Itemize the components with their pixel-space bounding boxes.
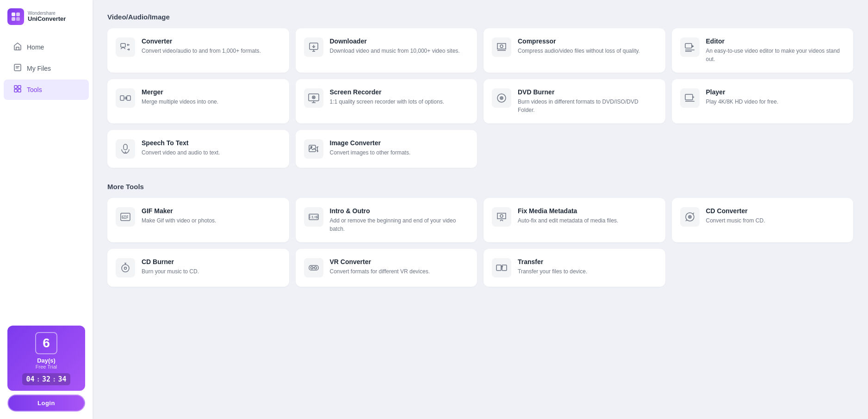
intro-outro-icon: I/O xyxy=(304,207,323,227)
svg-text:GIF: GIF xyxy=(122,216,129,220)
downloader-name: Downloader xyxy=(330,37,460,45)
player-icon xyxy=(680,88,700,108)
tool-dvd-burner[interactable]: DVD Burner Burn videos in different form… xyxy=(484,79,665,123)
transfer-desc: Transfer your files to device. xyxy=(518,267,587,276)
editor-name: Editor xyxy=(706,37,845,45)
svg-point-12 xyxy=(500,45,503,48)
image-converter-name: Image Converter xyxy=(330,139,411,147)
sidebar: Wondershare UniConverter Home My Files xyxy=(0,0,93,419)
tool-image-converter[interactable]: Image Converter Convert images to other … xyxy=(296,130,477,168)
svg-point-34 xyxy=(689,216,690,217)
sidebar-item-my-files-label: My Files xyxy=(27,65,51,72)
svg-rect-1 xyxy=(16,12,20,16)
svg-rect-40 xyxy=(496,265,501,271)
svg-rect-5 xyxy=(14,86,17,88)
svg-rect-3 xyxy=(16,17,20,21)
image-converter-desc: Convert images to other formats. xyxy=(330,148,411,157)
speech-to-text-desc: Convert video and audio to text. xyxy=(142,148,220,157)
cd-burner-icon xyxy=(116,258,135,277)
intro-outro-name: Intro & Outro xyxy=(330,207,469,215)
svg-rect-9 xyxy=(121,43,125,47)
fix-media-metadata-name: Fix Media Metadata xyxy=(518,207,618,215)
trial-timer: 04 : 32 : 34 xyxy=(22,373,70,385)
converter-name: Converter xyxy=(142,37,261,45)
trial-sub-label: Free Trial xyxy=(36,364,57,370)
tool-speech-to-text[interactable]: Speech To Text Convert video and audio t… xyxy=(107,130,289,168)
downloader-icon xyxy=(304,37,323,57)
vr-converter-name: VR Converter xyxy=(330,258,430,265)
svg-point-21 xyxy=(501,98,502,99)
dvd-burner-name: DVD Burner xyxy=(518,88,657,96)
speech-to-text-name: Speech To Text xyxy=(142,139,220,147)
svg-marker-30 xyxy=(497,213,506,219)
svg-rect-0 xyxy=(12,12,15,16)
downloader-desc: Download video and music from 10,000+ vi… xyxy=(330,47,460,55)
login-button[interactable]: Login xyxy=(7,394,85,412)
dvd-burner-icon xyxy=(492,88,511,108)
timer-seconds: 34 xyxy=(58,375,66,383)
svg-rect-6 xyxy=(18,86,21,88)
sidebar-item-my-files[interactable]: My Files xyxy=(4,58,89,79)
cd-converter-desc: Convert music from CD. xyxy=(706,216,765,225)
editor-desc: An easy-to-use video editor to make your… xyxy=(706,47,845,63)
svg-point-39 xyxy=(314,267,316,269)
player-desc: Play 4K/8K HD video for free. xyxy=(706,98,779,106)
tool-transfer[interactable]: Transfer Transfer your files to device. xyxy=(484,249,665,287)
more-tools-grid: GIF GIF Maker Make Gif with video or pho… xyxy=(107,198,853,287)
tool-editor[interactable]: Editor An easy-to-use video editor to ma… xyxy=(672,28,854,73)
svg-point-38 xyxy=(310,267,313,269)
tool-gif-maker[interactable]: GIF GIF Maker Make Gif with video or pho… xyxy=(107,198,289,242)
section-title-more: More Tools xyxy=(107,183,853,191)
screen-recorder-name: Screen Recorder xyxy=(330,88,444,96)
tool-intro-outro[interactable]: I/O Intro & Outro Add or remove the begi… xyxy=(296,198,477,242)
trial-day-number: 6 xyxy=(35,332,57,354)
svg-text:I/O: I/O xyxy=(311,216,317,219)
svg-rect-4 xyxy=(14,64,21,71)
svg-marker-11 xyxy=(497,43,506,49)
tool-fix-media-metadata[interactable]: Fix Media Metadata Auto-fix and edit met… xyxy=(484,198,665,242)
app-logo: Wondershare UniConverter xyxy=(0,0,93,36)
image-converter-icon xyxy=(304,139,323,159)
cd-burner-name: CD Burner xyxy=(142,258,199,265)
player-name: Player xyxy=(706,88,779,96)
sidebar-bottom: 6 Day(s) Free Trial 04 : 32 : 34 Login xyxy=(0,318,93,419)
sidebar-item-home[interactable]: Home xyxy=(4,37,89,57)
svg-rect-41 xyxy=(502,265,507,271)
compressor-name: Compressor xyxy=(518,37,640,45)
tool-cd-burner[interactable]: CD Burner Burn your music to CD. xyxy=(107,249,289,287)
tool-cd-converter[interactable]: CD Converter Convert music from CD. xyxy=(672,198,854,242)
fix-media-metadata-icon xyxy=(492,207,511,227)
section-more-tools: More Tools GIF GIF Maker Make Gif with v… xyxy=(107,183,853,287)
vr-converter-icon xyxy=(304,258,323,277)
svg-point-25 xyxy=(310,147,312,148)
svg-point-18 xyxy=(313,97,314,98)
merger-desc: Merge multiple videos into one. xyxy=(142,98,218,106)
svg-rect-23 xyxy=(124,144,127,150)
svg-rect-8 xyxy=(18,89,21,92)
tool-screen-recorder[interactable]: Screen Recorder 1:1 quality screen recor… xyxy=(296,79,477,123)
tool-compressor[interactable]: Compressor Compress audio/video files wi… xyxy=(484,28,665,73)
merger-name: Merger xyxy=(142,88,218,96)
svg-rect-7 xyxy=(14,89,17,92)
converter-desc: Convert video/audio to and from 1,000+ f… xyxy=(142,47,261,55)
tool-downloader[interactable]: Downloader Download video and music from… xyxy=(296,28,477,73)
screen-recorder-desc: 1:1 quality screen recorder with lots of… xyxy=(330,98,444,106)
logo-product: UniConverter xyxy=(28,16,66,22)
tool-vr-converter[interactable]: VR Converter Convert formats for differe… xyxy=(296,249,477,287)
svg-point-31 xyxy=(500,215,503,217)
compressor-icon xyxy=(492,37,511,57)
tools-icon xyxy=(13,85,22,95)
svg-rect-13 xyxy=(685,43,692,48)
files-icon xyxy=(13,63,22,74)
sidebar-nav: Home My Files Tools xyxy=(0,36,93,101)
editor-icon xyxy=(680,37,700,57)
sidebar-item-tools[interactable]: Tools xyxy=(4,80,89,100)
transfer-icon xyxy=(492,258,511,277)
converter-icon xyxy=(116,37,135,57)
tool-merger[interactable]: Merger Merge multiple videos into one. xyxy=(107,79,289,123)
sidebar-item-tools-label: Tools xyxy=(27,86,42,93)
tool-converter[interactable]: Converter Convert video/audio to and fro… xyxy=(107,28,289,73)
intro-outro-desc: Add or remove the beginning and end of y… xyxy=(330,216,469,233)
tool-player[interactable]: Player Play 4K/8K HD video for free. xyxy=(672,79,854,123)
compressor-desc: Compress audio/video files without loss … xyxy=(518,47,640,55)
